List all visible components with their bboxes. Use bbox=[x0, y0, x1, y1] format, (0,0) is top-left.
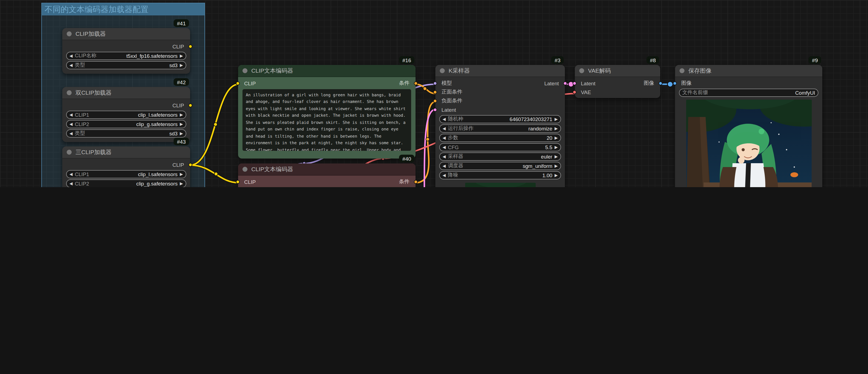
output-port-latent[interactable] bbox=[563, 81, 567, 85]
output-label: CLIP bbox=[173, 102, 184, 108]
increment-arrow-icon[interactable]: ▶ bbox=[554, 171, 558, 179]
increment-arrow-icon[interactable]: ▶ bbox=[180, 120, 183, 128]
output-port-clip[interactable] bbox=[188, 44, 192, 48]
widget-filename-prefix[interactable]: 文件名前缀 ComfyUI bbox=[679, 89, 818, 97]
decrement-arrow-icon[interactable]: ◀ bbox=[442, 134, 446, 142]
input-port-vae[interactable] bbox=[572, 90, 577, 94]
collapse-dot-icon[interactable] bbox=[67, 90, 72, 95]
output-port-clip[interactable] bbox=[188, 163, 192, 167]
node-save-image[interactable]: #9 保存图像 图像 文件名前缀 ComfyUI bbox=[675, 65, 822, 187]
input-label: 模型 bbox=[441, 79, 452, 87]
prompt-textarea[interactable]: An illustration of a girl with long gree… bbox=[243, 89, 411, 151]
decrement-arrow-icon[interactable]: ◀ bbox=[69, 61, 73, 69]
input-port-image[interactable] bbox=[673, 81, 677, 85]
output-port-conditioning[interactable] bbox=[414, 180, 418, 183]
increment-arrow-icon[interactable]: ▶ bbox=[554, 143, 558, 151]
output-port-clip[interactable] bbox=[188, 103, 192, 107]
group-title[interactable]: 不同的文本编码器加载器配置 bbox=[42, 3, 205, 15]
output-label: 条件 bbox=[399, 79, 409, 87]
collapse-dot-icon[interactable] bbox=[67, 150, 72, 155]
node-dual-clip-loader[interactable]: #42 双CLIP加载器 CLIP ◀ CLIP1 clip_l.safeten… bbox=[62, 87, 190, 142]
increment-arrow-icon[interactable]: ▶ bbox=[180, 61, 183, 69]
widget-scheduler[interactable]: ◀ 调度器 sgm_uniform ▶ bbox=[439, 162, 561, 170]
increment-arrow-icon[interactable]: ▶ bbox=[554, 152, 558, 161]
input-port-negative[interactable] bbox=[433, 99, 437, 103]
decrement-arrow-icon[interactable]: ◀ bbox=[69, 111, 73, 119]
node-title-bar[interactable]: CLIP文本编码器 bbox=[238, 65, 415, 77]
widget-clip1[interactable]: ◀ CLIP1 clip_l.safetensors ▶ bbox=[66, 170, 186, 178]
node-title-bar[interactable]: 双CLIP加载器 bbox=[62, 87, 190, 99]
decrement-arrow-icon[interactable]: ◀ bbox=[442, 152, 446, 161]
collapse-dot-icon[interactable] bbox=[243, 68, 247, 73]
widget-steps[interactable]: ◀ 步数 20 ▶ bbox=[439, 134, 561, 142]
decrement-arrow-icon[interactable]: ◀ bbox=[69, 179, 73, 187]
increment-arrow-icon[interactable]: ▶ bbox=[180, 129, 183, 138]
decrement-arrow-icon[interactable]: ◀ bbox=[442, 125, 446, 133]
node-title-bar[interactable]: CLIP加载器 bbox=[62, 28, 190, 40]
increment-arrow-icon[interactable]: ▶ bbox=[554, 115, 558, 123]
increment-arrow-icon[interactable]: ▶ bbox=[180, 179, 183, 187]
decrement-arrow-icon[interactable]: ◀ bbox=[442, 143, 446, 151]
node-clip-text-encode-positive[interactable]: #16 CLIP文本编码器 CLIP 条件 An illustration of… bbox=[238, 65, 415, 159]
collapse-dot-icon[interactable] bbox=[680, 68, 684, 73]
node-vae-decode[interactable]: #8 VAE解码 Latent 图像 VAE bbox=[575, 65, 660, 98]
input-port-positive[interactable] bbox=[433, 90, 437, 94]
node-clip-text-encode-negative[interactable]: #40 CLIP文本编码器 CLIP 条件 bbox=[238, 164, 415, 187]
widget-clip2[interactable]: ◀ CLIP2 clip_g.safetensors ▶ bbox=[66, 179, 186, 187]
increment-arrow-icon[interactable]: ▶ bbox=[554, 134, 558, 142]
decrement-arrow-icon[interactable]: ◀ bbox=[69, 170, 73, 178]
collapse-dot-icon[interactable] bbox=[67, 31, 72, 36]
decrement-arrow-icon[interactable]: ◀ bbox=[69, 52, 73, 60]
widget-sampler[interactable]: ◀ 采样器 euler ▶ bbox=[439, 152, 561, 161]
node-ksampler[interactable]: #3 K采样器 模型 Latent 正面条件 负面条件 Latent bbox=[435, 65, 565, 187]
input-label: CLIP bbox=[244, 179, 256, 185]
widget-seed[interactable]: ◀ 随机种 646072340203271 ▶ bbox=[439, 115, 561, 123]
widget-denoise[interactable]: ◀ 降噪 1.00 ▶ bbox=[439, 171, 561, 179]
decrement-arrow-icon[interactable]: ◀ bbox=[69, 120, 73, 128]
node-id-badge: #9 bbox=[809, 56, 821, 64]
output-label: 图像 bbox=[644, 79, 654, 87]
node-triple-clip-loader[interactable]: #43 三CLIP加载器 CLIP ◀ CLIP1 clip_l.safeten… bbox=[62, 146, 190, 187]
widget-clip2[interactable]: ◀ CLIP2 clip_g.safetensors ▶ bbox=[66, 120, 186, 128]
node-title: VAE解码 bbox=[588, 67, 611, 75]
widget-cfg[interactable]: ◀ CFG 5.5 ▶ bbox=[439, 143, 561, 151]
widget-clip-type[interactable]: ◀ 类型 sd3 ▶ bbox=[66, 61, 186, 69]
node-id-badge: #41 bbox=[174, 19, 189, 27]
node-title-bar[interactable]: VAE解码 bbox=[575, 65, 660, 77]
decrement-arrow-icon[interactable]: ◀ bbox=[442, 162, 446, 170]
widget-clip-type[interactable]: ◀ 类型 sd3 ▶ bbox=[66, 129, 186, 138]
input-label: Latent bbox=[441, 106, 456, 112]
decrement-arrow-icon[interactable]: ◀ bbox=[69, 129, 73, 138]
widget-clip1[interactable]: ◀ CLIP1 clip_l.safetensors ▶ bbox=[66, 111, 186, 119]
widget-control-after-generate[interactable]: ◀ 运行后操作 randomize ▶ bbox=[439, 125, 561, 133]
widget-clip-name[interactable]: ◀ CLIP名称 t5xxl_fp16.safetensors ▶ bbox=[66, 52, 186, 60]
input-port-latent[interactable] bbox=[572, 81, 577, 85]
increment-arrow-icon[interactable]: ▶ bbox=[554, 125, 558, 133]
decrement-arrow-icon[interactable]: ◀ bbox=[442, 115, 446, 123]
node-canvas[interactable]: 不同的文本编码器加载器配置 bbox=[0, 0, 868, 187]
input-port-latent[interactable] bbox=[433, 108, 437, 111]
node-title: 三CLIP加载器 bbox=[75, 148, 112, 156]
increment-arrow-icon[interactable]: ▶ bbox=[554, 162, 558, 170]
node-id-badge: #3 bbox=[551, 56, 564, 64]
increment-arrow-icon[interactable]: ▶ bbox=[180, 170, 183, 178]
node-title-bar[interactable]: 保存图像 bbox=[675, 65, 822, 77]
node-id-badge: #40 bbox=[399, 155, 414, 162]
collapse-dot-icon[interactable] bbox=[243, 167, 247, 172]
node-title: CLIP文本编码器 bbox=[251, 67, 293, 75]
increment-arrow-icon[interactable]: ▶ bbox=[180, 52, 183, 60]
input-port-clip[interactable] bbox=[236, 180, 240, 183]
increment-arrow-icon[interactable]: ▶ bbox=[180, 111, 183, 119]
collapse-dot-icon[interactable] bbox=[440, 68, 445, 73]
node-title-bar[interactable]: 三CLIP加载器 bbox=[62, 146, 190, 159]
input-port-clip[interactable] bbox=[236, 81, 240, 85]
output-port-conditioning[interactable] bbox=[414, 81, 418, 85]
input-port-model[interactable] bbox=[433, 81, 437, 85]
node-clip-loader[interactable]: #41 CLIP加载器 CLIP ◀ CLIP名称 t5xxl_fp16.saf… bbox=[62, 28, 190, 74]
node-title-bar[interactable]: K采样器 bbox=[435, 65, 565, 77]
reroute-dot-image[interactable] bbox=[668, 81, 673, 87]
node-title-bar[interactable]: CLIP文本编码器 bbox=[238, 164, 415, 176]
decrement-arrow-icon[interactable]: ◀ bbox=[442, 171, 446, 179]
output-port-image[interactable] bbox=[658, 81, 662, 85]
collapse-dot-icon[interactable] bbox=[579, 68, 584, 73]
